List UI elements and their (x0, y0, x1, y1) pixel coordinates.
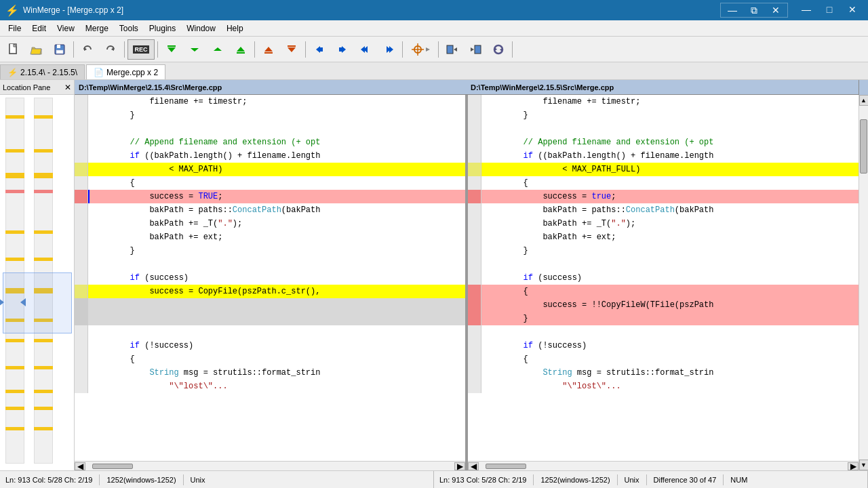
svg-rect-3 (56, 50, 63, 54)
first-diff-button[interactable] (161, 39, 182, 60)
diff-marker-1r (34, 115, 53, 119)
titlebar: ⚡ WinMerge - [Merge.cpp x 2] — ⧉ ✕ — □ ✕ (0, 0, 868, 20)
tab-file-compare[interactable]: 📄 Merge.cpp x 2 (86, 64, 165, 79)
left-code-area[interactable]: filename += timestr; } (75, 95, 465, 461)
tab-folder-compare[interactable]: ⚡ 2.15.4\ - 2.15.5\ (0, 64, 85, 79)
save-button[interactable] (49, 39, 71, 60)
prev-conflict-button[interactable] (258, 39, 279, 60)
menu-merge[interactable]: Merge (80, 20, 114, 36)
menu-tools[interactable]: Tools (114, 20, 144, 36)
titlebar-title: WinMerge - [Merge.cpp x 2] (23, 5, 123, 15)
diff-marker-3r (34, 173, 53, 178)
svg-rect-30 (475, 45, 481, 54)
viewport-arrow-left (0, 298, 4, 306)
left-hscroll[interactable]: ◀ ▶ (75, 461, 465, 470)
toolbar-sep-6 (402, 41, 403, 58)
prev-diff-button[interactable] (184, 39, 205, 60)
location-canvas (0, 95, 75, 470)
diff-marker-1l (5, 115, 24, 119)
inner-minimize-btn[interactable]: — (722, 3, 743, 17)
last-diff-button[interactable] (230, 39, 252, 60)
location-pane-close[interactable]: ✕ (64, 83, 71, 92)
open-right-button[interactable] (465, 39, 486, 60)
copy-to-right-button[interactable] (332, 39, 353, 60)
vscroll-down-btn[interactable]: ▼ (859, 460, 869, 470)
left-hscroll-right-btn[interactable]: ▶ (454, 462, 465, 470)
refresh-button[interactable] (488, 39, 509, 60)
location-pane-header: Location Pane ✕ (0, 80, 74, 95)
menu-view[interactable]: View (52, 20, 80, 36)
svg-marker-12 (264, 47, 273, 52)
menubar: File Edit View Merge Tools Plugins Windo… (0, 20, 868, 37)
diff-marker-2l (5, 149, 24, 152)
diff-marker-10l (5, 366, 24, 369)
code-line: filename += timestr; (75, 95, 465, 108)
toolbar-sep-7 (438, 41, 439, 58)
svg-marker-16 (316, 46, 320, 53)
diff-marker-9r (34, 339, 53, 342)
status-sep-1 (99, 474, 100, 485)
menu-plugins[interactable]: Plugins (144, 20, 181, 36)
menu-file[interactable]: File (3, 20, 26, 36)
svg-marker-18 (342, 46, 346, 53)
status-sep-2 (183, 474, 184, 485)
diff-marker-6l (5, 258, 24, 261)
copy-all-right-button[interactable] (378, 39, 399, 60)
right-hscroll[interactable]: ◀ ▶ (468, 461, 859, 470)
vertical-scrollbar[interactable]: ▲ ▼ (859, 95, 868, 470)
new-button[interactable] (3, 39, 24, 60)
code-line: if ((bakPath.length() + filename.length (75, 149, 465, 163)
code-line-diff-yellow-r: < MAX_PATH_FULL) (468, 163, 859, 176)
left-file-path: D:\Temp\WinMerge\2.15.4\Src\Merge.cpp (79, 83, 222, 92)
right-hscroll-track[interactable] (479, 463, 848, 470)
tab-folder-label: 2.15.4\ - 2.15.5\ (20, 68, 77, 77)
menu-window[interactable]: Window (181, 20, 221, 36)
right-hscroll-left-btn[interactable]: ◀ (468, 462, 479, 470)
inner-close-btn[interactable]: ✕ (766, 3, 786, 17)
right-eol: Unix (625, 476, 639, 484)
right-hscroll-thumb[interactable] (486, 464, 526, 469)
left-hscroll-left-btn[interactable]: ◀ (75, 462, 85, 470)
copy-all-left-button[interactable] (355, 39, 376, 60)
inner-restore-btn[interactable]: ⧉ (744, 3, 764, 17)
vscroll-track[interactable] (859, 106, 868, 460)
right-line-col: Ln: 913 Col: 5/28 Ch: 2/19 (439, 476, 526, 484)
right-hscroll-right-btn[interactable]: ▶ (848, 462, 859, 470)
next-conflict-button[interactable] (281, 39, 302, 60)
code-line: filename += timestr; (468, 95, 859, 108)
diff-status: Difference 30 of 47 (654, 476, 717, 484)
code-line: "\"lost\"... (468, 380, 859, 393)
code-line-diff-yellow: < MAX_PATH) (75, 163, 465, 176)
redo-button[interactable] (100, 39, 121, 60)
vscroll-thumb[interactable] (860, 119, 867, 174)
svg-marker-10 (237, 47, 245, 52)
code-line: } (468, 108, 859, 122)
options-button[interactable] (406, 39, 435, 60)
undo-button[interactable] (77, 39, 98, 60)
rec-button[interactable]: REC (127, 39, 155, 60)
code-line-empty-2 (75, 312, 465, 325)
open-left-button[interactable] (441, 39, 463, 60)
next-diff-button[interactable] (207, 39, 229, 60)
minimize-btn[interactable]: — (796, 3, 816, 16)
left-encoding: 1252(windows-1252) (106, 476, 176, 484)
diff-marker-6r (34, 258, 53, 261)
left-hscroll-track[interactable] (85, 463, 454, 470)
code-line: if (!success) (75, 339, 465, 352)
menu-help[interactable]: Help (221, 20, 249, 36)
svg-marker-8 (191, 48, 199, 52)
menu-edit[interactable]: Edit (26, 20, 52, 36)
toolbar-sep-8 (512, 41, 513, 58)
code-line-diff-pink-3: } (468, 312, 859, 325)
code-line: // Append filename and extension (+ opt (75, 136, 465, 149)
open-button[interactable] (26, 39, 47, 60)
maximize-btn[interactable]: □ (819, 3, 840, 16)
right-code-area[interactable]: filename += timestr; } // Append filenam… (468, 95, 859, 461)
vscroll-up-btn[interactable]: ▲ (859, 95, 869, 106)
left-hscroll-thumb[interactable] (92, 464, 133, 469)
code-line: // Append filename and extension (+ opt (468, 136, 859, 149)
viewport-indicator (3, 272, 72, 333)
copy-to-left-button[interactable] (309, 39, 330, 60)
close-btn[interactable]: ✕ (842, 3, 863, 16)
diff-marker-5r (34, 230, 53, 234)
